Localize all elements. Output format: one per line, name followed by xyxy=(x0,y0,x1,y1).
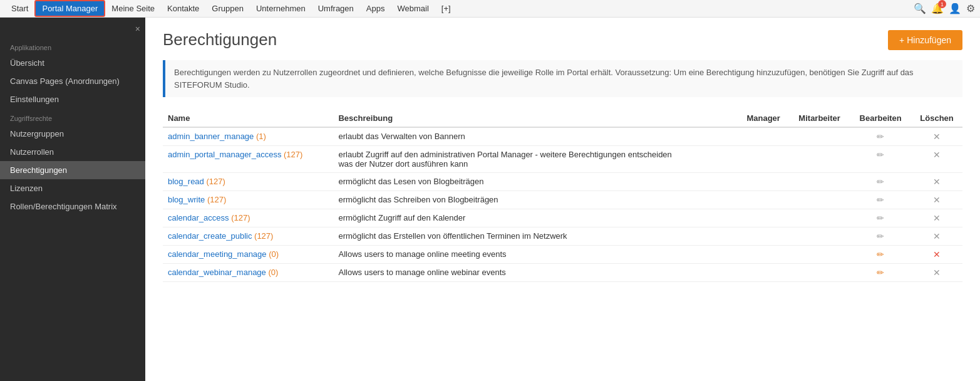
perm-delete-cell[interactable]: ✕ xyxy=(911,146,962,173)
delete-icon[interactable]: ✕ xyxy=(916,195,957,205)
perm-mitarbeiter-cell xyxy=(789,127,850,146)
nav-umfragen[interactable]: Umfragen xyxy=(312,1,360,16)
table-row: admin_portal_manager_access (127)erlaubt… xyxy=(163,146,962,173)
sidebar-item-berechtigungen[interactable]: Berechtigungen xyxy=(0,161,145,179)
perm-name-cell: admin_portal_manager_access (127) xyxy=(163,146,333,173)
table-row: calendar_create_public (127)ermöglicht d… xyxy=(163,227,962,246)
info-text: Berechtigungen werden zu Nutzerrollen zu… xyxy=(174,68,914,90)
nav-meine-seite[interactable]: Meine Seite xyxy=(105,1,161,16)
perm-description-cell: erlaubt Zugriff auf den administrativen … xyxy=(333,146,738,173)
perm-edit-cell[interactable]: ✏ xyxy=(850,209,911,227)
sidebar-section-zugriffsrechte: Zugriffsrechte xyxy=(0,108,145,125)
perm-mitarbeiter-cell xyxy=(789,246,850,264)
perm-delete-cell[interactable]: ✕ xyxy=(911,209,962,227)
notification-badge[interactable]: 🔔 1 xyxy=(931,3,944,14)
table-row: blog_read (127)ermöglicht das Lesen von … xyxy=(163,173,962,191)
delete-icon[interactable]: ✕ xyxy=(916,177,957,187)
perm-edit-cell[interactable]: ✏ xyxy=(850,146,911,173)
add-button[interactable]: + Hinzufügen xyxy=(888,30,962,50)
edit-icon[interactable]: ✏ xyxy=(855,231,906,241)
perm-delete-cell[interactable]: ✕ xyxy=(911,127,962,146)
perm-manager-cell xyxy=(738,209,789,227)
perm-delete-cell[interactable]: ✕ xyxy=(911,173,962,191)
perm-mitarbeiter-cell xyxy=(789,209,850,227)
col-mitarbeiter: Mitarbeiter xyxy=(789,110,850,127)
layout: × Applikationen Übersicht Canvas Pages (… xyxy=(0,18,980,381)
settings-icon[interactable]: ⚙ xyxy=(966,3,975,14)
sidebar-item-einstellungen[interactable]: Einstellungen xyxy=(0,90,145,108)
sidebar-item-nutzerrollen[interactable]: Nutzerrollen xyxy=(0,143,145,161)
sidebar-item-rollen-matrix[interactable]: Rollen/Berechtigungen Matrix xyxy=(0,197,145,216)
delete-icon[interactable]: ✕ xyxy=(916,150,957,160)
sidebar-item-canvas-pages[interactable]: Canvas Pages (Anordnungen) xyxy=(0,72,145,90)
perm-count: (127) xyxy=(204,177,225,186)
perm-name-link[interactable]: admin_portal_manager_access xyxy=(168,150,281,159)
page-title: Berechtigungen xyxy=(163,30,962,50)
nav-gruppen[interactable]: Gruppen xyxy=(205,1,250,16)
perm-mitarbeiter-cell xyxy=(789,264,850,282)
perm-name-cell: calendar_create_public (127) xyxy=(163,227,333,246)
perm-name-link[interactable]: blog_write xyxy=(168,195,205,204)
perm-name-link[interactable]: calendar_meeting_manage xyxy=(168,249,267,259)
nav-unternehmen[interactable]: Unternehmen xyxy=(250,1,312,16)
perm-edit-cell[interactable]: ✏ xyxy=(850,127,911,146)
user-icon[interactable]: 👤 xyxy=(949,3,961,14)
perm-count: (127) xyxy=(205,195,226,204)
perm-name-link[interactable]: blog_read xyxy=(168,177,204,186)
delete-icon[interactable]: ✕ xyxy=(916,213,957,223)
edit-icon[interactable]: ✏ xyxy=(855,268,906,278)
edit-icon[interactable]: ✏ xyxy=(855,150,906,160)
perm-name-cell: calendar_meeting_manage (0) xyxy=(163,246,333,264)
delete-icon[interactable]: ✕ xyxy=(916,249,957,259)
edit-icon[interactable]: ✏ xyxy=(855,132,906,142)
perm-count: (127) xyxy=(252,231,273,241)
sidebar: × Applikationen Übersicht Canvas Pages (… xyxy=(0,18,145,381)
search-icon[interactable]: 🔍 xyxy=(914,3,926,14)
edit-icon[interactable]: ✏ xyxy=(855,177,906,187)
perm-description-cell: ermöglicht Zugriff auf den Kalender xyxy=(333,209,738,227)
delete-icon[interactable]: ✕ xyxy=(916,231,957,241)
perm-delete-cell[interactable]: ✕ xyxy=(911,227,962,246)
col-description: Beschreibung xyxy=(333,110,738,127)
nav-start[interactable]: Start xyxy=(5,1,34,16)
perm-name-cell: calendar_webinar_manage (0) xyxy=(163,264,333,282)
sidebar-item-lizenzen[interactable]: Lizenzen xyxy=(0,179,145,197)
table-row: calendar_meeting_manage (0)Allows users … xyxy=(163,246,962,264)
perm-edit-cell[interactable]: ✏ xyxy=(850,191,911,209)
perm-edit-cell[interactable]: ✏ xyxy=(850,246,911,264)
perm-mitarbeiter-cell xyxy=(789,173,850,191)
perm-edit-cell[interactable]: ✏ xyxy=(850,264,911,282)
perm-manager-cell xyxy=(738,227,789,246)
perm-name-link[interactable]: calendar_create_public xyxy=(168,231,252,241)
edit-icon[interactable]: ✏ xyxy=(855,195,906,205)
nav-webmail[interactable]: Webmail xyxy=(391,1,435,16)
edit-icon[interactable]: ✏ xyxy=(855,213,906,223)
delete-icon[interactable]: ✕ xyxy=(916,132,957,142)
perm-mitarbeiter-cell xyxy=(789,146,850,173)
perm-delete-cell[interactable]: ✕ xyxy=(911,191,962,209)
sidebar-item-nutzergruppen[interactable]: Nutzergruppen xyxy=(0,125,145,143)
nav-kontakte[interactable]: Kontakte xyxy=(161,1,205,16)
top-navigation: Start Portal Manager Meine Seite Kontakt… xyxy=(0,0,980,18)
perm-name-link[interactable]: calendar_access xyxy=(168,213,229,222)
table-row: calendar_webinar_manage (0)Allows users … xyxy=(163,264,962,282)
perm-name-cell: blog_read (127) xyxy=(163,173,333,191)
perm-count: (1) xyxy=(254,132,266,141)
perm-name-link[interactable]: admin_banner_manage xyxy=(168,132,254,141)
perm-edit-cell[interactable]: ✏ xyxy=(850,227,911,246)
perm-name-cell: blog_write (127) xyxy=(163,191,333,209)
perm-edit-cell[interactable]: ✏ xyxy=(850,173,911,191)
delete-icon[interactable]: ✕ xyxy=(916,268,957,278)
sidebar-close-button[interactable]: × xyxy=(0,23,145,38)
sidebar-item-ubersicht[interactable]: Übersicht xyxy=(0,54,145,72)
nav-plus[interactable]: [+] xyxy=(435,1,457,16)
perm-delete-cell[interactable]: ✕ xyxy=(911,246,962,264)
perm-count: (0) xyxy=(266,268,279,277)
col-name: Name xyxy=(163,110,333,127)
perm-delete-cell[interactable]: ✕ xyxy=(911,264,962,282)
edit-icon[interactable]: ✏ xyxy=(855,249,906,259)
nav-portal-manager[interactable]: Portal Manager xyxy=(34,0,105,17)
close-icon: × xyxy=(135,24,140,34)
nav-apps[interactable]: Apps xyxy=(360,1,391,16)
perm-name-link[interactable]: calendar_webinar_manage xyxy=(168,268,266,277)
